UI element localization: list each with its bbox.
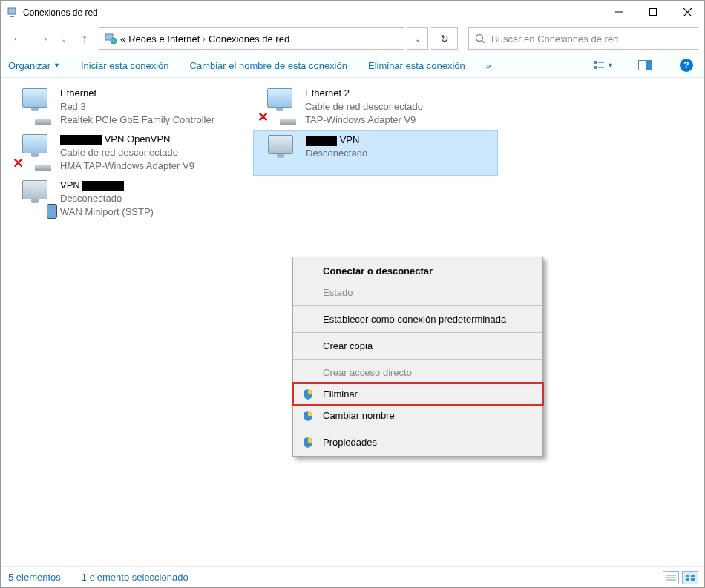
ctx-set-default[interactable]: Establecer como conexión predeterminada	[293, 308, 542, 330]
connection-name: Ethernet 2	[305, 87, 423, 100]
context-menu: Conectar o desconectar Estado Establecer…	[292, 257, 543, 457]
ctx-separator	[293, 429, 542, 429]
svg-rect-22	[691, 578, 695, 581]
status-item-count: 5 elementos	[8, 572, 61, 583]
ctx-separator	[293, 332, 542, 333]
connection-item-selected[interactable]: VPN Desconectado	[253, 130, 498, 176]
close-button[interactable]	[670, 1, 704, 23]
maximize-button[interactable]	[636, 1, 670, 23]
forward-button[interactable]: →	[32, 27, 54, 50]
ctx-delete[interactable]: Eliminar	[293, 383, 542, 405]
shield-icon	[302, 389, 314, 400]
error-x-icon: ✕	[13, 155, 24, 171]
connection-status: Cable de red desconectado	[60, 146, 194, 159]
svg-rect-21	[686, 578, 689, 581]
start-connection-button[interactable]: Iniciar esta conexión	[81, 60, 169, 71]
breadcrumb-item-2[interactable]: Conexiones de red	[209, 33, 289, 44]
svg-rect-0	[8, 8, 16, 14]
connection-name: VPN	[306, 133, 367, 147]
details-view-button[interactable]	[663, 571, 679, 584]
connection-item[interactable]: ✕ VPN OpenVPN Cable de red desconectado …	[8, 130, 253, 176]
breadcrumb-separator: ›	[203, 34, 206, 43]
view-options-button[interactable]: ▼	[593, 56, 614, 74]
svg-rect-11	[594, 66, 597, 69]
breadcrumb-item-1[interactable]: Redes e Internet	[128, 33, 200, 44]
globe-icon	[47, 204, 57, 219]
redacted-text	[82, 181, 124, 191]
network-adapter-icon	[13, 87, 57, 125]
connections-list: Ethernet Red 3 Realtek PCIe GbE Family C…	[1, 78, 704, 228]
svg-rect-15	[646, 61, 651, 70]
ctx-status: Estado	[293, 282, 542, 303]
ctx-create-copy[interactable]: Crear copia	[293, 335, 542, 357]
shield-icon	[302, 410, 314, 422]
network-adapter-icon: ✕	[258, 87, 302, 125]
connection-name: VPN OpenVPN	[60, 133, 194, 146]
minimize-button[interactable]	[602, 1, 636, 23]
up-button[interactable]: ↑	[73, 27, 96, 50]
address-icon	[104, 33, 117, 44]
connection-item[interactable]: ✕ Ethernet 2 Cable de red desconectado T…	[253, 84, 498, 130]
shield-icon	[302, 437, 314, 449]
redacted-text	[306, 136, 337, 146]
help-button[interactable]: ?	[676, 56, 697, 74]
connection-status: Cable de red desconectado	[305, 100, 423, 113]
chevron-down-icon: ▼	[607, 62, 614, 69]
address-bar[interactable]: « Redes e Internet › Conexiones de red	[99, 27, 404, 50]
ctx-properties[interactable]: Propiedades	[293, 432, 542, 453]
connection-status: Desconectado	[306, 147, 367, 160]
svg-rect-3	[650, 9, 657, 16]
refresh-button[interactable]: ↻	[431, 27, 458, 50]
svg-rect-1	[10, 16, 14, 17]
ctx-separator	[293, 305, 542, 306]
connection-name: VPN	[60, 179, 154, 192]
ctx-connect-disconnect[interactable]: Conectar o desconectar	[293, 260, 542, 282]
window-title: Conexiones de red	[23, 7, 98, 18]
address-dropdown-button[interactable]: ⌄	[407, 27, 428, 50]
network-adapter-icon	[258, 133, 303, 172]
recent-locations-button[interactable]: ⌄	[57, 27, 70, 50]
ctx-separator	[293, 359, 542, 360]
connection-item[interactable]: VPN Desconectado WAN Miniport (SSTP)	[8, 176, 253, 222]
connection-device: TAP-Windows Adapter V9	[305, 113, 423, 127]
more-commands-button[interactable]: »	[486, 60, 491, 71]
chevron-down-icon: ▼	[53, 62, 60, 69]
svg-rect-19	[686, 575, 689, 577]
svg-point-7	[111, 38, 117, 44]
svg-rect-10	[594, 61, 597, 64]
connection-status: Red 3	[60, 100, 214, 113]
ctx-rename[interactable]: Cambiar nombre	[293, 405, 542, 426]
breadcrumb-prefix: «	[120, 33, 125, 44]
icons-view-button[interactable]	[682, 571, 698, 584]
delete-connection-button[interactable]: Eliminar esta conexión	[368, 60, 465, 71]
rename-connection-button[interactable]: Cambiar el nombre de esta conexión	[190, 60, 347, 71]
organize-button[interactable]: Organizar▼	[8, 60, 60, 71]
ctx-create-shortcut: Crear acceso directo	[293, 362, 542, 383]
svg-line-9	[482, 41, 485, 44]
back-button[interactable]: ←	[7, 27, 29, 50]
search-input[interactable]: Buscar en Conexiones de red	[468, 27, 698, 50]
connection-name: Ethernet	[60, 87, 214, 100]
network-adapter-icon	[13, 179, 57, 217]
svg-rect-20	[691, 575, 695, 577]
window-icon	[7, 7, 19, 19]
connection-device: HMA TAP-Windows Adapter V9	[60, 159, 194, 173]
status-selected-count: 1 elemento seleccionado	[82, 572, 188, 583]
network-adapter-icon: ✕	[13, 133, 57, 171]
search-icon	[475, 33, 485, 44]
connection-device: Realtek PCIe GbE Family Controller	[60, 113, 214, 127]
search-placeholder: Buscar en Conexiones de red	[491, 33, 618, 44]
connection-item[interactable]: Ethernet Red 3 Realtek PCIe GbE Family C…	[8, 84, 253, 130]
svg-point-8	[476, 35, 483, 42]
connection-status: Desconectado	[60, 192, 154, 205]
redacted-text	[60, 135, 102, 145]
error-x-icon: ✕	[258, 109, 269, 125]
preview-pane-button[interactable]	[634, 56, 655, 74]
connection-device: WAN Miniport (SSTP)	[60, 205, 154, 219]
